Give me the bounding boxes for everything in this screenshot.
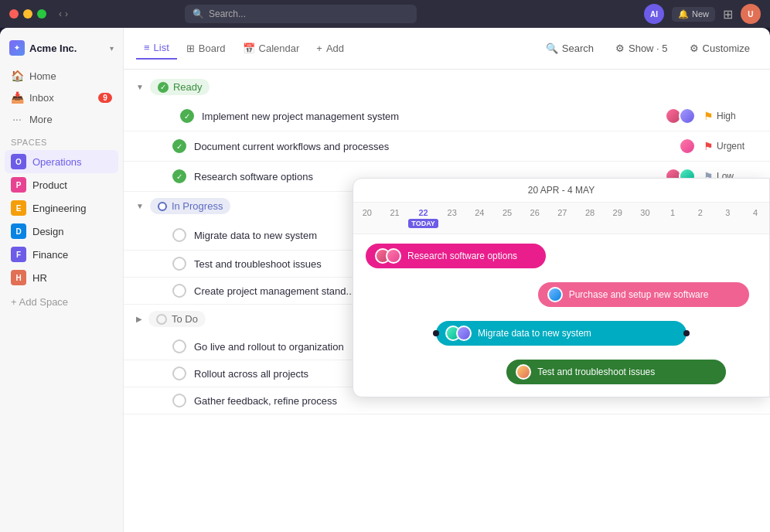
gantt-row-3[interactable]: Migrate data to new system (366, 321, 757, 349)
hr-dot: H (11, 270, 26, 285)
task-checkbox-5 (172, 257, 186, 271)
sidebar-item-hr[interactable]: H HR (5, 266, 118, 289)
ai-badge[interactable]: AI (644, 4, 664, 24)
gantt-date: 23 (438, 206, 466, 230)
gantt-date: 21 (381, 206, 409, 230)
traffic-lights (9, 9, 46, 19)
priority-badge-2: ⚑ Urgent (704, 140, 758, 152)
workspace-chevron-icon: ▾ (110, 44, 114, 53)
task-row[interactable]: ⠿ ✓ Implement new project management sys… (124, 101, 770, 131)
nav-arrows: ‹ › (59, 9, 68, 19)
gantt-row-1[interactable]: Research software options (366, 244, 757, 271)
flag-icon: ⚑ (704, 140, 714, 152)
gantt-header: 20 APR - 4 MAY (353, 179, 769, 203)
sidebar-item-inbox[interactable]: 📥 Inbox 9 (5, 87, 118, 108)
gantt-body: Research software options Purchase and s… (353, 234, 769, 397)
dot-left-icon (433, 330, 439, 336)
task-checkbox-6 (172, 284, 186, 298)
sidebar: ✦ Acme Inc. ▾ 🏠 Home 📥 Inbox 9 ··· More … (0, 28, 124, 532)
gantt-date: 28 (576, 206, 604, 230)
gantt-bar-1: Research software options (366, 244, 546, 268)
calendar-icon: 📅 (243, 43, 255, 54)
gantt-avatars (445, 326, 472, 341)
task-row[interactable]: ⠿ ✓ Document current workflows and proce… (124, 131, 770, 162)
task-avatars-1 (665, 107, 696, 124)
toolbar-right: 🔍 Search ⚙ Show · 5 ⚙ Customize (538, 39, 758, 58)
gantt-avatars (547, 287, 563, 302)
gantt-row-4[interactable]: Test and troubleshoot issues (366, 360, 757, 387)
spaces-label: Spaces (0, 130, 123, 150)
new-button[interactable]: 🔔 New (672, 7, 715, 22)
gantt-date: 4 (741, 206, 769, 230)
task-checkbox-8 (172, 367, 186, 380)
sidebar-item-more[interactable]: ··· More (5, 108, 118, 130)
titlebar-search[interactable]: 🔍 Search... (185, 5, 417, 23)
gantt-date: 2 (687, 206, 714, 230)
board-icon: ⊞ (186, 43, 195, 54)
gantt-date-row: 20 21 22TODAY 23 24 25 26 27 28 29 30 1 … (353, 203, 769, 234)
list-icon: ≡ (144, 42, 150, 53)
titlebar-right: AI 🔔 New ⊞ U (644, 4, 761, 24)
dot-right-icon (683, 330, 690, 336)
gantt-date: 30 (632, 206, 659, 230)
workspace-header[interactable]: ✦ Acme Inc. ▾ (0, 34, 123, 62)
gantt-bar-2: Purchase and setup new software (538, 282, 749, 307)
sidebar-item-operations[interactable]: O Operations (5, 150, 118, 173)
sidebar-item-product[interactable]: P Product (5, 173, 118, 196)
group-ready-header[interactable]: ▼ ✓ Ready (124, 73, 770, 101)
add-tab-icon: + (316, 43, 322, 54)
maximize-button[interactable] (37, 9, 46, 19)
gantt-date: 20 (353, 206, 381, 230)
back-arrow[interactable]: ‹ (59, 9, 62, 19)
minimize-button[interactable] (23, 9, 32, 19)
task-checkbox-9 (172, 394, 186, 408)
gantt-avatars (516, 364, 531, 380)
avatar (516, 364, 531, 380)
avatar (456, 326, 472, 341)
user-avatar[interactable]: U (741, 4, 761, 24)
sidebar-item-design[interactable]: D Design (5, 220, 118, 243)
gantt-bar-3: Migrate data to new system (436, 321, 687, 346)
todo-toggle-icon[interactable]: ▶ (136, 315, 142, 323)
close-button[interactable] (9, 9, 19, 19)
task-avatars-2 (679, 138, 696, 155)
customize-button[interactable]: ⚙ Customize (682, 39, 758, 58)
workspace-icon: ✦ (9, 40, 25, 56)
show-button[interactable]: ⚙ Show · 5 (608, 39, 676, 58)
bell-icon: 🔔 (678, 9, 689, 19)
workspace-name: Acme Inc. (29, 43, 77, 54)
search-button[interactable]: 🔍 Search (538, 39, 601, 58)
gantt-date: 24 (466, 206, 494, 230)
ready-toggle-icon[interactable]: ▼ (136, 83, 144, 91)
sidebar-item-engineering[interactable]: E Engineering (5, 196, 118, 220)
gantt-overlay: 20 APR - 4 MAY 20 21 22TODAY 23 24 25 26… (353, 178, 770, 397)
grid-icon[interactable]: ⊞ (723, 7, 733, 22)
customize-icon: ⚙ (690, 43, 699, 54)
forward-arrow[interactable]: › (65, 9, 68, 19)
engineering-dot: E (11, 200, 26, 216)
add-space-button[interactable]: + Add Space (0, 292, 123, 312)
avatar (679, 138, 696, 155)
tab-list[interactable]: ≡ List (136, 37, 177, 60)
search-toolbar-icon: 🔍 (546, 43, 558, 54)
more-icon: ··· (11, 113, 23, 125)
tab-calendar[interactable]: 📅 Calendar (235, 38, 308, 59)
gantt-bar-4: Test and troubleshoot issues (506, 360, 725, 384)
tab-add[interactable]: + Add (308, 38, 352, 59)
task-checkbox-2: ✓ (172, 139, 186, 153)
flag-icon: ⚑ (704, 110, 714, 122)
priority-badge-1: ⚑ High (704, 110, 758, 122)
task-checkbox-3: ✓ (172, 169, 186, 183)
todo-dot (156, 314, 167, 325)
titlebar: ‹ › 🔍 Search... AI 🔔 New ⊞ U (0, 0, 770, 28)
gantt-row-2[interactable]: Purchase and setup new software (366, 282, 757, 310)
avatar (547, 287, 563, 302)
sidebar-item-finance[interactable]: F Finance (5, 243, 118, 266)
inprogress-toggle-icon[interactable]: ▼ (136, 202, 144, 210)
design-dot: D (11, 223, 26, 239)
finance-dot: F (11, 247, 26, 262)
tab-board[interactable]: ⊞ Board (179, 38, 233, 59)
sidebar-item-home[interactable]: 🏠 Home (5, 65, 118, 87)
inbox-icon: 📥 (11, 91, 23, 104)
gantt-date: 25 (493, 206, 521, 230)
